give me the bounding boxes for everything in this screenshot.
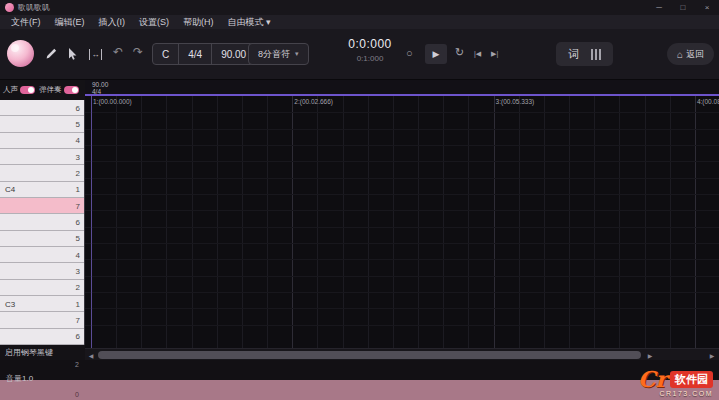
volume-lane-labels: 2 音量1.0 0 (0, 360, 85, 400)
note-value-label: 8分音符 (258, 48, 290, 61)
ruler-markers: 1:(00.00.000)2:(00.02.666)3:(00.05.333)4… (85, 96, 719, 348)
key-number: 1 (76, 185, 80, 194)
jump-start-button[interactable]: |◀ (474, 50, 481, 57)
volume-lane-fill[interactable] (0, 380, 719, 400)
key-number: 5 (76, 119, 80, 128)
piano-key-12-c3[interactable]: C31 (0, 296, 84, 312)
toggle-group-0: 人声 (3, 85, 35, 95)
ruler-tempo-value: 90.00 (92, 81, 108, 88)
piano-key-10[interactable]: 3 (0, 263, 84, 279)
ruler-time-signature: 4/4 (92, 88, 108, 95)
menu-item-1[interactable]: 编辑(E) (48, 16, 92, 29)
play-button[interactable]: ▶ (425, 44, 447, 64)
key-number: 7 (76, 315, 80, 324)
piano-key-2[interactable]: 4 (0, 133, 84, 149)
tracks-icon[interactable] (591, 49, 601, 60)
ruler-marker-1: 1:(00.00.000) (93, 98, 132, 105)
piano-key-6[interactable]: 7 (0, 198, 84, 214)
app-title: 歌叽歌叽 (18, 2, 50, 13)
piano-keys: 65432C41765432C3176 (0, 100, 85, 345)
piano-key-4[interactable]: 2 (0, 165, 84, 181)
lyrics-button[interactable]: 词 (568, 47, 579, 62)
avatar[interactable] (7, 40, 34, 67)
piano-key-7[interactable]: 6 (0, 214, 84, 230)
time-current: 0:0:000 (338, 37, 402, 51)
ruler-marker-4: 4:(00.08.000) (697, 98, 719, 105)
piano-key-3[interactable]: 3 (0, 149, 84, 165)
piano-key-13[interactable]: 7 (0, 312, 84, 328)
key-number: 4 (76, 250, 80, 259)
piano-key-5-c4[interactable]: C41 (0, 182, 84, 198)
minimize-button[interactable]: ─ (647, 0, 671, 15)
app-icon (5, 3, 14, 12)
close-button[interactable]: × (695, 0, 719, 15)
note-value-select[interactable]: 8分音符 ▾ (248, 43, 309, 65)
record-button[interactable]: ○ (406, 48, 413, 59)
menu-item-5[interactable]: 自由模式 ▾ (221, 16, 278, 29)
watermark-logo: Cr (638, 369, 667, 389)
timeline-ruler[interactable]: 90.00 4/4 (85, 80, 719, 96)
watermark: Cr 软件园 CR173.COM (638, 369, 713, 397)
ruler-marker-2: 2:(00.02.666) (294, 98, 333, 105)
key-number: 5 (76, 234, 80, 243)
menu-item-0[interactable]: 文件(F) (4, 16, 48, 29)
key-number: 1 (76, 299, 80, 308)
toggle-knob (72, 87, 78, 93)
piano-key-11[interactable]: 2 (0, 280, 84, 296)
titlebar: 歌叽歌叽 ─ □ × (0, 0, 719, 15)
undo-icon[interactable]: ↶ (113, 46, 123, 58)
piano-roll-grid[interactable]: 1:(00.00.000)2:(00.02.666)3:(00.05.333)4… (85, 96, 719, 348)
piano-key-9[interactable]: 4 (0, 247, 84, 263)
menu-item-4[interactable]: 帮助(H) (176, 16, 221, 29)
back-label: 返回 (686, 48, 704, 61)
back-button[interactable]: ⌂ 返回 (667, 43, 714, 65)
octave-label: C3 (5, 299, 15, 308)
key-number: 3 (76, 266, 80, 275)
avatar-shine (11, 44, 19, 52)
lyrics-mode-group: 词 (556, 42, 613, 66)
redo-icon[interactable]: ↷ (133, 46, 143, 58)
time-display: 0:0:000 0:1:000 (338, 37, 402, 63)
toggle-group-1: 弹伴奏 (39, 85, 79, 95)
track-toggle-row: 人声弹伴奏 (0, 80, 85, 100)
toggle-switch-0[interactable] (20, 86, 35, 94)
toggle-label-1: 弹伴奏 (39, 85, 62, 95)
key-number: 2 (76, 283, 80, 292)
volume-lane[interactable]: 2 音量1.0 0 (0, 360, 719, 400)
lane-min-value: 0 (75, 391, 79, 398)
toolbar: ↔ ↶ ↷ C 4/4 90.00 8分音符 ▾ 0:0:000 0:1:000… (0, 29, 719, 80)
window-controls: ─ □ × (647, 0, 719, 15)
volume-label: 音量1.0 (6, 373, 33, 384)
jump-end-button[interactable]: ▶| (491, 50, 498, 57)
piano-key-1[interactable]: 5 (0, 116, 84, 132)
app-window: 歌叽歌叽 ─ □ × 文件(F)编辑(E)插入(I)设置(S)帮助(H)自由模式… (0, 0, 719, 400)
piano-key-8[interactable]: 5 (0, 231, 84, 247)
key-number: 4 (76, 136, 80, 145)
key-number: 7 (76, 201, 80, 210)
loop-button[interactable]: ↻ (455, 47, 464, 58)
ruler-marker-3: 3:(00.05.333) (496, 98, 535, 105)
ruler-tempo-info: 90.00 4/4 (92, 81, 108, 95)
maximize-button[interactable]: □ (671, 0, 695, 15)
chevron-down-icon: ▾ (295, 50, 299, 58)
horizontal-scrollbar[interactable]: ◀ ▶ ▶ (85, 348, 719, 360)
toggle-knob (28, 87, 34, 93)
pointer-tool-icon[interactable] (68, 47, 78, 63)
home-icon: ⌂ (677, 49, 683, 60)
range-tool-icon[interactable]: ↔ (89, 49, 102, 60)
time-signature-button[interactable]: 4/4 (179, 44, 212, 64)
pencil-tool-icon[interactable] (45, 47, 58, 63)
scrollbar-thumb[interactable] (98, 351, 641, 359)
key-number: 6 (76, 103, 80, 112)
menu-item-3[interactable]: 设置(S) (132, 16, 176, 29)
key-number: 6 (76, 217, 80, 226)
octave-label: C4 (5, 185, 15, 194)
piano-key-14[interactable]: 6 (0, 329, 84, 345)
key-signature-button[interactable]: C (153, 44, 179, 64)
time-total: 0:1:000 (338, 54, 402, 63)
key-number: 6 (76, 332, 80, 341)
enable-black-keys-option[interactable]: 启用钢琴黑键 (0, 345, 85, 360)
toggle-switch-1[interactable] (64, 86, 79, 94)
menu-item-2[interactable]: 插入(I) (92, 16, 133, 29)
piano-key-0[interactable]: 6 (0, 100, 84, 116)
